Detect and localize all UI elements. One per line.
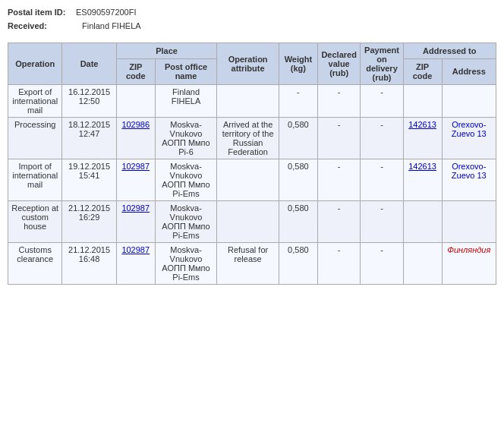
- cell-operation-attribute: [217, 201, 279, 243]
- header-place-group: Place: [116, 43, 217, 59]
- cell-weight: 0,580: [279, 118, 317, 159]
- cell-post-office: Moskva-Vnukovo АОПП Ммпо Pi-Ems: [155, 159, 217, 201]
- cell-address: Orexovo-Zuevo 13: [442, 118, 496, 159]
- cell-post-office: Moskva-Vnukovo АОПП Ммпо Pi-6: [155, 118, 217, 159]
- cell-weight: 0,580: [279, 201, 317, 243]
- cell-zip[interactable]: [116, 85, 155, 118]
- table-row: Reception at custom house21.12.2015 16:2…: [8, 201, 496, 243]
- table-row: Import of international mail19.12.2015 1…: [8, 159, 496, 201]
- cell-operation-attribute: [217, 159, 279, 201]
- cell-post-office: Moskva-Vnukovo АОПП Ммпо Pi-Ems: [155, 201, 217, 243]
- header-post-office-name: Post office name: [155, 58, 217, 84]
- header-payment-delivery: Payment on delivery (rub): [361, 43, 403, 85]
- table-row: Processing18.12.2015 12:47102986Moskva-V…: [8, 118, 496, 159]
- cell-address: [442, 85, 496, 118]
- cell-declared-value: -: [317, 159, 361, 201]
- received-row: Received: Finland FIHELA: [8, 21, 496, 30]
- postal-id-label: Postal item ID:: [8, 8, 76, 17]
- header-zip-code: ZIP code: [116, 58, 155, 84]
- cell-weight: 0,580: [279, 243, 317, 285]
- cell-operation: Export of international mail: [8, 85, 62, 118]
- header-operation: Operation: [8, 43, 62, 85]
- cell-addressed-zip[interactable]: 142613: [403, 159, 442, 201]
- cell-payment-delivery: -: [361, 118, 403, 159]
- header-address: Address: [442, 58, 496, 84]
- cell-operation: Reception at custom house: [8, 201, 62, 243]
- header-addressed-group: Addressed to: [403, 43, 496, 59]
- cell-address: Orexovo-Zuevo 13: [442, 159, 496, 201]
- cell-operation: Processing: [8, 118, 62, 159]
- cell-operation-attribute: [217, 85, 279, 118]
- table-row: Customs clearance21.12.2015 16:48102987M…: [8, 243, 496, 285]
- cell-operation-attribute: Refusal for release: [217, 243, 279, 285]
- cell-payment-delivery: -: [361, 159, 403, 201]
- cell-date: 16.12.2015 12:50: [62, 85, 116, 118]
- header-operation-attribute: Operation attribute: [217, 43, 279, 85]
- postal-id-value-row: ES090597200FI: [8, 8, 496, 17]
- cell-payment-delivery: -: [361, 243, 403, 285]
- cell-operation: Import of international mail: [8, 159, 62, 201]
- cell-post-office: Finland FIHELA: [155, 85, 217, 118]
- received-label: Received:: [8, 21, 76, 30]
- cell-post-office: Moskva-Vnukovo АОПП Ммпо Pi-Ems: [155, 243, 217, 285]
- cell-weight: 0,580: [279, 159, 317, 201]
- tracking-table: Operation Date Place Operation attribute…: [8, 43, 496, 285]
- table-row: Export of international mail16.12.2015 1…: [8, 85, 496, 118]
- cell-declared-value: -: [317, 243, 361, 285]
- cell-date: 21.12.2015 16:48: [62, 243, 116, 285]
- cell-date: 21.12.2015 16:29: [62, 201, 116, 243]
- cell-declared-value: -: [317, 85, 361, 118]
- cell-operation-attribute: Arrived at the territory of the Russian …: [217, 118, 279, 159]
- header-weight: Weight (kg): [279, 43, 317, 85]
- header-section: Postal item ID: ES090597200FI Received: …: [8, 8, 496, 30]
- cell-declared-value: -: [317, 118, 361, 159]
- cell-payment-delivery: -: [361, 201, 403, 243]
- header-declared-value: Declared value (rub): [317, 43, 361, 85]
- header-addressed-zip: ZIP code: [403, 58, 442, 84]
- header-date: Date: [62, 43, 116, 85]
- cell-zip[interactable]: 102987: [116, 159, 155, 201]
- postal-id-value: ES090597200FI: [76, 8, 137, 17]
- cell-zip[interactable]: 102986: [116, 118, 155, 159]
- cell-payment-delivery: -: [361, 85, 403, 118]
- cell-zip[interactable]: 102987: [116, 243, 155, 285]
- cell-address: [442, 201, 496, 243]
- received-value: Finland FIHELA: [82, 21, 141, 30]
- cell-operation: Customs clearance: [8, 243, 62, 285]
- cell-addressed-zip[interactable]: 142613: [403, 118, 442, 159]
- cell-declared-value: -: [317, 201, 361, 243]
- cell-addressed-zip[interactable]: [403, 201, 442, 243]
- cell-zip[interactable]: 102987: [116, 201, 155, 243]
- cell-addressed-zip[interactable]: [403, 85, 442, 118]
- cell-date: 19.12.2015 15:41: [62, 159, 116, 201]
- cell-date: 18.12.2015 12:47: [62, 118, 116, 159]
- cell-weight: -: [279, 85, 317, 118]
- cell-addressed-zip[interactable]: [403, 243, 442, 285]
- cell-address: Финляндия: [442, 243, 496, 285]
